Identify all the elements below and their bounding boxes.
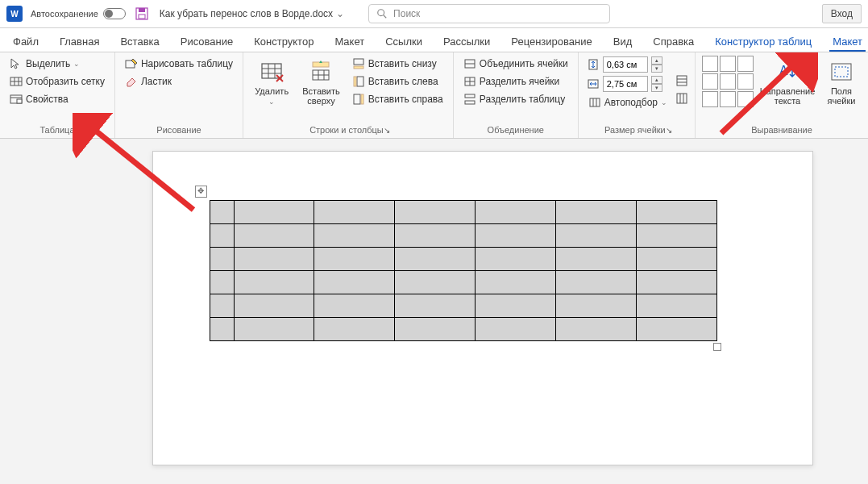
table-cell[interactable] <box>234 318 314 341</box>
tab-table-layout[interactable]: Макет <box>829 31 866 52</box>
col-width-control[interactable]: ▴▾ <box>585 75 671 93</box>
table-cell[interactable] <box>314 294 395 318</box>
table-cell[interactable] <box>555 224 636 248</box>
insert-left-button[interactable]: Вставить слева <box>349 73 446 90</box>
tab-draw[interactable]: Рисование <box>177 31 236 52</box>
text-direction-button[interactable]: A Направление текста <box>755 56 820 123</box>
distribute-cols-icon[interactable] <box>675 92 688 105</box>
table-cell[interactable] <box>234 271 314 294</box>
table-cell[interactable] <box>234 201 314 224</box>
row-height-control[interactable]: ▴▾ <box>585 56 671 73</box>
table-cell[interactable] <box>475 224 555 248</box>
tab-view[interactable]: Вид <box>610 31 636 52</box>
tab-mailings[interactable]: Рассылки <box>440 31 493 52</box>
merge-cells-button[interactable]: Объединить ячейки <box>460 56 571 72</box>
table-cell[interactable] <box>636 318 716 341</box>
split-table-button[interactable]: Разделить таблицу <box>460 91 571 107</box>
table-cell[interactable] <box>475 201 555 224</box>
table-cell[interactable] <box>636 248 716 271</box>
table-cell[interactable] <box>555 294 636 318</box>
table-cell[interactable] <box>475 294 555 318</box>
table-cell[interactable] <box>395 201 476 224</box>
table-cell[interactable] <box>210 224 234 248</box>
gridlines-button[interactable]: Отобразить сетку <box>6 73 108 90</box>
table-cell[interactable] <box>314 224 395 248</box>
table-cell[interactable] <box>314 318 395 341</box>
tab-table-design[interactable]: Конструктор таблиц <box>712 31 815 52</box>
insert-above-button[interactable]: Вставить сверху <box>295 56 347 123</box>
table-cell[interactable] <box>395 318 476 341</box>
eraser-button[interactable]: Ластик <box>122 73 236 90</box>
distribute-rows-icon[interactable] <box>675 74 688 87</box>
table-cell[interactable] <box>210 318 234 341</box>
toggle-switch-icon[interactable] <box>103 8 126 19</box>
table-cell[interactable] <box>475 318 555 341</box>
spinner-width[interactable]: ▴▾ <box>651 76 662 92</box>
align-top-right[interactable] <box>737 56 754 72</box>
align-bottom-center[interactable] <box>720 91 736 107</box>
tab-design[interactable]: Конструктор <box>251 31 317 52</box>
insert-right-button[interactable]: Вставить справа <box>349 91 446 107</box>
table-cell[interactable] <box>210 201 234 224</box>
tab-references[interactable]: Ссылки <box>382 31 426 52</box>
table-cell[interactable] <box>636 271 716 294</box>
dialog-launcher-icon[interactable]: ↘ <box>384 126 390 135</box>
row-height-input[interactable] <box>603 56 648 73</box>
split-cells-button[interactable]: Разделить ячейки <box>460 73 571 90</box>
table-cell[interactable] <box>555 271 636 294</box>
tab-layout[interactable]: Макет <box>331 31 368 52</box>
tab-insert[interactable]: Вставка <box>117 31 162 52</box>
table-move-handle-icon[interactable]: ✥ <box>195 186 207 198</box>
table-cell[interactable] <box>234 294 314 318</box>
cell-margins-button[interactable]: Поля ячейки <box>821 56 862 123</box>
table-cell[interactable] <box>555 248 636 271</box>
word-table[interactable] <box>210 200 717 341</box>
align-top-center[interactable] <box>720 56 736 72</box>
tab-file[interactable]: Файл <box>10 31 42 52</box>
autofit-button[interactable]: Автоподбор ⌄ <box>585 94 671 111</box>
table-cell[interactable] <box>210 271 234 294</box>
dialog-launcher-icon[interactable]: ↘ <box>666 126 672 135</box>
align-top-left[interactable] <box>702 56 718 72</box>
tab-review[interactable]: Рецензирование <box>508 31 595 52</box>
table-cell[interactable] <box>210 248 234 271</box>
table-cell[interactable] <box>475 248 555 271</box>
login-button[interactable]: Вход <box>822 4 862 23</box>
table-cell[interactable] <box>395 271 476 294</box>
col-width-input[interactable] <box>603 76 648 92</box>
table-cell[interactable] <box>234 248 314 271</box>
search-input[interactable]: Поиск <box>368 4 610 23</box>
chevron-down-icon[interactable]: ⌄ <box>336 8 344 19</box>
table-cell[interactable] <box>395 294 476 318</box>
table-cell[interactable] <box>234 224 314 248</box>
tab-home[interactable]: Главная <box>56 31 102 52</box>
insert-below-button[interactable]: Вставить снизу <box>349 56 446 72</box>
table-cell[interactable] <box>395 248 476 271</box>
autosave-toggle[interactable]: Автосохранение <box>31 8 126 19</box>
table-cell[interactable] <box>555 318 636 341</box>
table-cell[interactable] <box>314 248 395 271</box>
align-middle-right[interactable] <box>737 73 754 90</box>
table-cell[interactable] <box>314 271 395 294</box>
spinner-height[interactable]: ▴▾ <box>651 56 662 73</box>
table-cell[interactable] <box>555 201 636 224</box>
align-middle-center[interactable] <box>720 73 736 90</box>
save-icon[interactable] <box>135 7 148 20</box>
table-cell[interactable] <box>210 294 234 318</box>
draw-table-button[interactable]: Нарисовать таблицу <box>122 56 236 72</box>
table-resize-handle-icon[interactable] <box>713 343 721 351</box>
select-button[interactable]: Выделить ⌄ <box>6 56 108 72</box>
properties-button[interactable]: Свойства <box>6 91 108 107</box>
align-bottom-right[interactable] <box>737 91 754 107</box>
table-cell[interactable] <box>395 224 476 248</box>
tab-help[interactable]: Справка <box>650 31 697 52</box>
table-cell[interactable] <box>636 201 716 224</box>
table-cell[interactable] <box>314 201 395 224</box>
table-cell[interactable] <box>636 224 716 248</box>
align-bottom-left[interactable] <box>702 91 718 107</box>
align-middle-left[interactable] <box>702 73 718 90</box>
document-page[interactable]: ✥ <box>152 151 813 465</box>
table-cell[interactable] <box>475 271 555 294</box>
table-cell[interactable] <box>636 294 716 318</box>
delete-button[interactable]: Удалить ⌄ <box>250 56 293 123</box>
